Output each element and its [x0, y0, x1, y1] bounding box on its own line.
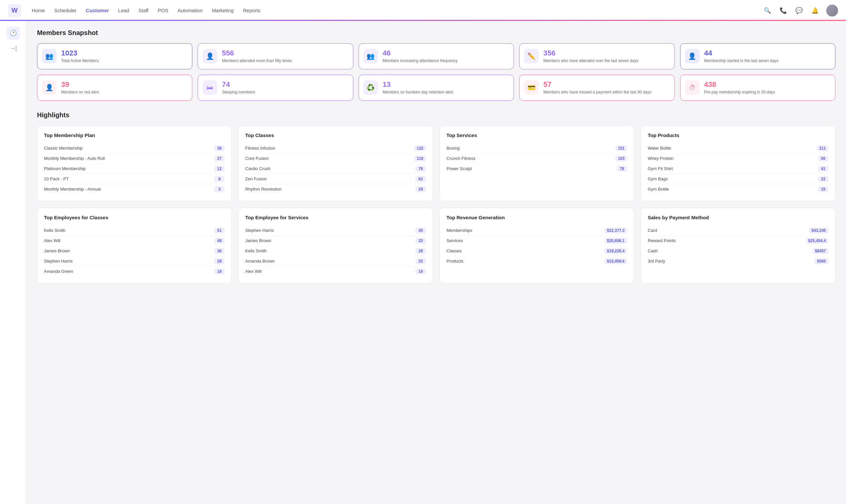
highlight-row[interactable]: James Brown 36 [44, 246, 225, 256]
whatsapp-icon[interactable]: 💬 [794, 6, 804, 15]
highlight-row[interactable]: Water Bottle 211 [648, 143, 828, 154]
highlight-row[interactable]: Stephen Harris 35 [245, 226, 426, 236]
highlight-row[interactable]: Amanda Brown 25 [245, 256, 426, 267]
nav-customer[interactable]: Customer [86, 7, 109, 13]
highlight-row[interactable]: Classic Membership 36 [44, 143, 225, 154]
search-icon[interactable]: 🔍 [763, 6, 772, 15]
nav-staff[interactable]: Staff [139, 7, 149, 13]
snap-icon-increasing-freq: 👥 [364, 49, 378, 64]
highlight-item-name: James Brown [44, 248, 70, 253]
avatar-image [826, 5, 838, 17]
snapshot-row-1: 👥 1023 Total Active Members 👤 556 Member… [37, 43, 835, 69]
snap-label-14-day: Members on fourteen day retention alert [383, 90, 453, 95]
highlight-item-value: $43,245 [809, 228, 828, 234]
highlight-row[interactable]: Core Fusion 110 [245, 154, 426, 164]
highlight-row[interactable]: Services $20,656.1 [446, 236, 627, 246]
highlight-row[interactable]: Whey Protein 56 [648, 154, 828, 164]
highlight-item-name: Monthly Membership - Auto Roll [44, 156, 105, 161]
snap-text-prepay-expiring: 438 Pre-pay membership expiring in 30 da… [704, 80, 775, 95]
highlight-item-name: Reward Points [648, 238, 676, 243]
snap-text-red-alert: 39 Members on red alert [61, 80, 99, 95]
snap-card-last-7-days[interactable]: ✏️ 356 Members who have attended over th… [519, 43, 674, 69]
highlight-row[interactable]: James Brown 33 [245, 236, 426, 246]
highlight-card-top-services: Top Services Boxing 151 Crunch Fitness 1… [440, 126, 634, 201]
snap-card-attended-50[interactable]: 👤 556 Members attended more than fifty t… [198, 43, 353, 69]
highlight-row[interactable]: Rhythm Revolution 29 [245, 184, 426, 194]
highlight-row[interactable]: Alex Will 49 [44, 236, 225, 246]
snap-icon-new-members: 👤 [685, 49, 700, 64]
highlight-item-name: Crunch Fitness [446, 156, 475, 161]
highlight-row[interactable]: Fitness Infusion 132 [245, 143, 426, 154]
snap-card-missed-payment[interactable]: 💳 57 Members who have missed a payment w… [519, 75, 674, 101]
snap-icon-14-day: ♻️ [364, 80, 378, 95]
snap-card-red-alert[interactable]: 👤 39 Members on red alert [37, 75, 192, 101]
nav-pos[interactable]: POS [158, 7, 169, 13]
highlight-row[interactable]: Kells Smith 28 [245, 246, 426, 256]
highlight-item-name: Gym Bags [648, 176, 668, 181]
highlight-row[interactable]: Memberships $22,377.3 [446, 226, 627, 236]
highlight-row[interactable]: 10 Pack - PT 8 [44, 174, 225, 184]
snap-label-prepay-expiring: Pre-pay membership expiring in 30 days [704, 90, 775, 95]
app-logo[interactable]: W [8, 4, 21, 17]
highlight-row[interactable]: Cash $8457 [648, 246, 828, 256]
highlight-item-name: Classes [446, 248, 462, 253]
highlight-row[interactable]: 3rd Party $565 [648, 256, 828, 266]
highlight-item-value: 211 [816, 145, 828, 151]
nav-scheduler[interactable]: Scheduler [54, 7, 77, 13]
highlight-row[interactable]: Monthly Membership - Annual 3 [44, 184, 225, 194]
highlight-item-name: Stephen Harris [245, 228, 274, 233]
snap-text-increasing-freq: 46 Members increasing attendance frequen… [383, 49, 458, 64]
highlight-row[interactable]: Platinum Membership 12 [44, 164, 225, 174]
snap-card-total-active[interactable]: 👥 1023 Total Active Members [37, 43, 192, 69]
sidebar-collapse-icon[interactable]: →| [9, 45, 17, 52]
snap-card-prepay-expiring[interactable]: ⏱ 438 Pre-pay membership expiring in 30 … [680, 75, 835, 101]
highlight-item-value: 41 [818, 166, 828, 172]
highlight-row[interactable]: Zen Fusion 62 [245, 174, 426, 184]
snap-card-14-day[interactable]: ♻️ 13 Members on fourteen day retention … [358, 75, 514, 101]
highlight-row[interactable]: Products $15,459.6 [446, 256, 627, 266]
notification-icon[interactable]: 🔔 [810, 6, 819, 15]
snap-card-new-members[interactable]: 👤 44 Membership started in the last seve… [680, 43, 835, 69]
highlight-row[interactable]: Amanda Green 19 [44, 267, 225, 276]
highlight-row[interactable]: Cardio Crush 78 [245, 164, 426, 174]
highlight-item-value: 110 [414, 156, 426, 162]
highlight-item-value: $19,228.4 [604, 248, 627, 254]
highlight-item-value: 3 [214, 186, 225, 192]
highlight-item-value: 22 [818, 176, 828, 182]
snap-label-total-active: Total Active Members [61, 58, 99, 64]
highlight-row[interactable]: Classes $19,228.4 [446, 246, 627, 256]
highlight-item-name: Fitness Infusion [245, 146, 275, 150]
highlight-item-value: 62 [416, 176, 426, 182]
snap-icon-red-alert: 👤 [42, 80, 56, 95]
highlight-row[interactable]: Kells Smith 51 [44, 226, 225, 236]
highlight-row[interactable]: Stephen Harris 28 [44, 256, 225, 267]
highlight-row[interactable]: Power Sculpt 78 [446, 164, 627, 174]
highlight-row[interactable]: Card $43,245 [648, 226, 828, 236]
highlight-row[interactable]: Gym Fit Shirt 41 [648, 164, 828, 174]
nav-lead[interactable]: Lead [118, 7, 129, 13]
highlight-row[interactable]: Alex Will 19 [245, 267, 426, 276]
highlight-row[interactable]: Boxing 151 [446, 143, 627, 154]
user-avatar[interactable] [826, 5, 838, 17]
nav-home[interactable]: Home [32, 7, 45, 13]
snap-text-attended-50: 556 Members attended more than fifty tim… [222, 49, 292, 64]
highlight-row[interactable]: Reward Points $25,454.4 [648, 236, 828, 246]
snap-label-new-members: Membership started in the last seven day… [704, 58, 779, 64]
snap-label-red-alert: Members on red alert [61, 90, 99, 95]
highlight-item-name: Rhythm Revolution [245, 186, 282, 192]
snap-text-sleeping: 74 Sleeping members [222, 80, 255, 95]
sidebar-clock-icon[interactable]: 🕐 [6, 26, 20, 40]
snap-card-sleeping[interactable]: 🛏 74 Sleeping members [198, 75, 353, 101]
phone-icon[interactable]: 📞 [779, 6, 788, 15]
highlight-item-value: 19 [416, 269, 426, 274]
snap-card-increasing-freq[interactable]: 👥 46 Members increasing attendance frequ… [358, 43, 514, 69]
highlight-row[interactable]: Gym Bottle 15 [648, 184, 828, 194]
highlight-row[interactable]: Gym Bags 22 [648, 174, 828, 184]
nav-automation[interactable]: Automation [177, 7, 202, 13]
highlight-item-name: Kells Smith [44, 228, 66, 233]
highlight-card-top-membership-plan: Top Membership Plan Classic Membership 3… [37, 126, 232, 201]
highlight-row[interactable]: Monthly Membership - Auto Roll 27 [44, 154, 225, 164]
nav-reports[interactable]: Reports [243, 7, 260, 13]
highlight-row[interactable]: Crunch Fitness 103 [446, 154, 627, 164]
nav-marketing[interactable]: Marketing [212, 7, 234, 13]
